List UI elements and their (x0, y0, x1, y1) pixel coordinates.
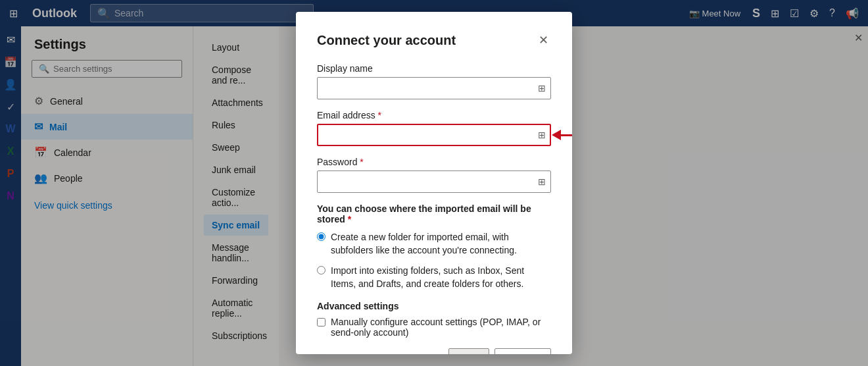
storage-required-mark: * (348, 214, 351, 224)
dialog-footer: OK Cancel (317, 348, 551, 354)
display-name-label: Display name (317, 63, 551, 74)
arrow-line (561, 134, 572, 136)
manual-configure-label[interactable]: Manually configure account settings (POP… (331, 317, 551, 338)
radio-new-folder[interactable] (317, 232, 326, 241)
arrow-head (552, 130, 561, 140)
advanced-settings-section: Advanced settings Manually configure acc… (317, 301, 551, 338)
radio-existing-folder-label[interactable]: Import into existing folders, such as In… (331, 265, 551, 290)
email-required-mark: * (378, 110, 381, 120)
dialog-title: Connect your account (317, 33, 456, 48)
display-name-wrapper: ⊞ (317, 77, 551, 99)
email-address-input[interactable] (317, 124, 551, 146)
email-address-label: Email address * (317, 110, 551, 120)
display-name-icon: ⊞ (538, 83, 546, 93)
arrow-annotation (552, 130, 572, 140)
password-required-mark: * (360, 157, 363, 167)
arrow-shape (552, 130, 572, 140)
radio-option-new-folder: Create a new folder for imported email, … (317, 231, 551, 257)
overlay-backdrop: Connect your account ✕ Display name ⊞ Em… (0, 0, 868, 366)
radio-option-existing-folder: Import into existing folders, such as In… (317, 265, 551, 290)
display-name-group: Display name ⊞ (317, 63, 551, 99)
password-wrapper: ⊞ (317, 170, 551, 193)
email-input-icon: ⊞ (538, 130, 546, 140)
dialog-header: Connect your account ✕ (317, 30, 551, 50)
ok-button[interactable]: OK (448, 348, 489, 354)
email-address-group: Email address * ⊞ (317, 110, 551, 146)
password-group: Password * ⊞ (317, 157, 551, 193)
email-input-wrapper: ⊞ (317, 124, 551, 146)
advanced-settings-title: Advanced settings (317, 301, 551, 311)
display-name-input[interactable] (317, 77, 551, 99)
manual-configure-checkbox[interactable] (317, 318, 326, 327)
radio-new-folder-label[interactable]: Create a new folder for imported email, … (331, 231, 551, 257)
dialog-close-button[interactable]: ✕ (536, 30, 551, 50)
password-label: Password * (317, 157, 551, 167)
connect-account-dialog: Connect your account ✕ Display name ⊞ Em… (296, 12, 572, 354)
storage-note: You can choose where the imported email … (317, 203, 551, 224)
password-input-icon: ⊞ (538, 176, 546, 187)
storage-radio-group: Create a new folder for imported email, … (317, 231, 551, 290)
cancel-button[interactable]: Cancel (494, 348, 551, 354)
password-input[interactable] (317, 170, 551, 193)
radio-existing-folder[interactable] (317, 266, 326, 274)
manual-configure-option: Manually configure account settings (POP… (317, 317, 551, 338)
